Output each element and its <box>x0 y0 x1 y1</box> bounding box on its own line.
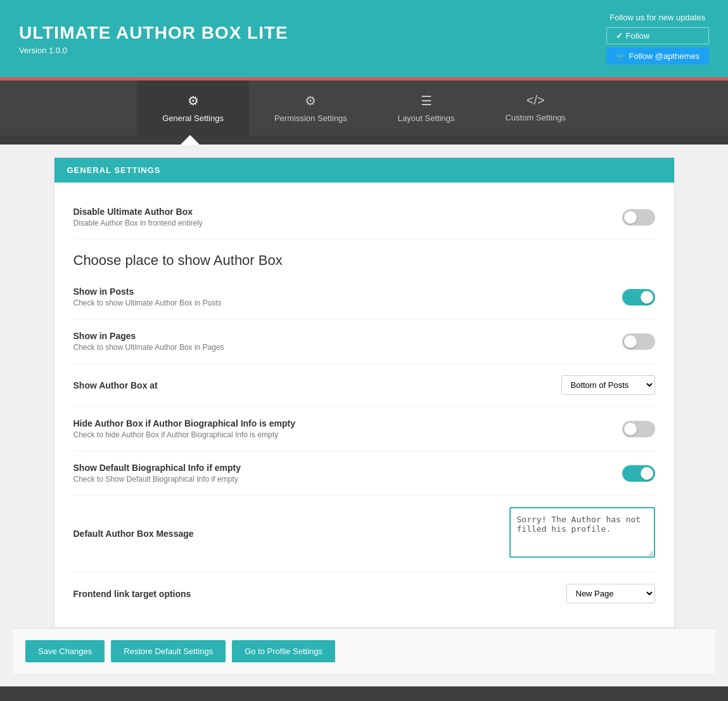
content-wrapper: GENERAL SETTINGS Disable Ultimate Author… <box>0 145 728 686</box>
show-posts-label: Show in Posts Check to show Ultimate Aut… <box>73 286 610 307</box>
nav-arrow <box>0 136 728 145</box>
code-icon: </> <box>527 93 545 108</box>
disable-control <box>622 209 655 226</box>
header: ULTIMATE AUTHOR BOX LITE Version 1.0.0 F… <box>0 0 728 77</box>
go-to-profile-button[interactable]: Go to Profile Settings <box>232 640 335 662</box>
default-bio-label: Show Default Biographical Info if empty … <box>73 463 610 484</box>
tab-custom-label: Custom Settings <box>505 113 565 122</box>
show-at-select[interactable]: Bottom of Posts Top of Posts Both <box>561 375 655 395</box>
show-at-control: Bottom of Posts Top of Posts Both <box>561 375 655 395</box>
tab-permission-label: Permission Settings <box>274 113 347 123</box>
panel-body: Disable Ultimate Author Box Disable Auth… <box>54 183 674 627</box>
panel-header: GENERAL SETTINGS <box>54 158 674 183</box>
show-posts-toggle[interactable] <box>622 289 655 305</box>
follow-twitter-button[interactable]: 🐦 Follow @apthemes <box>606 48 709 65</box>
show-pages-title: Show in Pages <box>73 331 610 341</box>
disable-label: Disable Ultimate Author Box Disable Auth… <box>73 207 610 228</box>
hide-empty-label: Hide Author Box if Author Biographical I… <box>73 418 610 439</box>
app-title: ULTIMATE AUTHOR BOX LITE <box>19 23 288 43</box>
follow-button[interactable]: ✓ Follow <box>606 27 709 44</box>
show-at-title: Show Author Box at <box>73 380 549 390</box>
follow-twitter-label: Follow @apthemes <box>629 51 699 61</box>
tab-layout-label: Layout Settings <box>398 113 455 123</box>
show-pages-desc: Check to show Ultimate Author Box in Pag… <box>73 343 610 352</box>
section-title: Choose place to show Author Box <box>73 252 655 269</box>
setting-row-disable: Disable Ultimate Author Box Disable Auth… <box>73 195 655 240</box>
hide-empty-toggle[interactable] <box>622 421 655 437</box>
nav-tabs: ⚙ General Settings ⚙ Permission Settings… <box>0 80 728 136</box>
show-posts-control <box>622 289 655 305</box>
section-heading: Choose place to show Author Box <box>73 240 655 275</box>
default-message-textarea[interactable]: Sorry! The Author has not filled his pro… <box>509 507 655 558</box>
show-pages-thumb <box>624 335 637 348</box>
default-message-label: Default Author Box Message <box>73 529 497 539</box>
tab-layout-settings[interactable]: ☰ Layout Settings <box>373 80 480 136</box>
footer-buttons: Save Changes Restore Default Settings Go… <box>13 628 715 674</box>
link-target-select[interactable]: New Page Same Page <box>566 584 655 603</box>
follow-buttons: ✓ Follow 🐦 Follow @apthemes <box>606 27 709 65</box>
app-version: Version 1.0.0 <box>19 46 288 55</box>
setting-row-hide-empty: Hide Author Box if Author Biographical I… <box>73 407 655 451</box>
default-bio-toggle[interactable] <box>622 465 655 482</box>
setting-row-show-at: Show Author Box at Bottom of Posts Top o… <box>73 364 655 407</box>
hide-empty-title: Hide Author Box if Author Biographical I… <box>73 418 610 428</box>
link-target-title: Frontend link target options <box>73 589 554 599</box>
show-posts-thumb <box>641 291 653 304</box>
disable-track <box>622 209 655 226</box>
setting-row-show-posts: Show in Posts Check to show Ultimate Aut… <box>73 275 655 319</box>
setting-row-show-pages: Show in Pages Check to show Ultimate Aut… <box>73 319 655 364</box>
check-icon: ✓ <box>616 31 623 41</box>
disable-desc: Disable Author Box in frontend entirely <box>73 219 610 228</box>
hide-empty-control <box>622 421 655 437</box>
default-bio-thumb <box>641 467 653 480</box>
setting-row-default-bio: Show Default Biographical Info if empty … <box>73 451 655 496</box>
gear-icon: ⚙ <box>188 93 199 108</box>
save-changes-button[interactable]: Save Changes <box>25 640 105 662</box>
tab-permission-settings[interactable]: ⚙ Permission Settings <box>249 80 373 136</box>
list-icon: ☰ <box>421 93 432 108</box>
header-title-block: ULTIMATE AUTHOR BOX LITE Version 1.0.0 <box>19 23 288 55</box>
default-message-control: Sorry! The Author has not filled his pro… <box>509 507 655 560</box>
show-pages-toggle[interactable] <box>622 333 655 350</box>
show-at-label: Show Author Box at <box>73 380 549 390</box>
setting-row-default-message: Default Author Box Message Sorry! The Au… <box>73 496 655 572</box>
disable-title: Disable Ultimate Author Box <box>73 207 610 217</box>
show-posts-track <box>622 289 655 305</box>
restore-defaults-button[interactable]: Restore Default Settings <box>111 640 226 662</box>
disable-toggle[interactable] <box>622 209 655 226</box>
disable-thumb <box>624 211 637 224</box>
follow-label: Follow <box>626 31 650 41</box>
follow-prompt: Follow us for new updates <box>606 13 709 22</box>
gear2-icon: ⚙ <box>305 93 316 108</box>
show-posts-desc: Check to show Ultimate Author Box in Pos… <box>73 299 610 307</box>
show-posts-title: Show in Posts <box>73 286 610 297</box>
setting-row-link-target: Frontend link target options New Page Sa… <box>73 572 655 615</box>
default-bio-desc: Check to Show Default Biographical Info … <box>73 475 610 484</box>
hide-empty-thumb <box>624 423 637 435</box>
hide-empty-desc: Check to hide Author Box if Author Biogr… <box>73 430 610 439</box>
twitter-icon: 🐦 <box>616 51 626 61</box>
default-bio-track <box>622 465 655 482</box>
show-pages-control <box>622 333 655 350</box>
default-bio-control <box>622 465 655 482</box>
link-target-label: Frontend link target options <box>73 589 554 599</box>
tab-custom-settings[interactable]: </> Custom Settings <box>480 80 591 136</box>
content-panel: GENERAL SETTINGS Disable Ultimate Author… <box>54 157 675 628</box>
tab-general-settings[interactable]: ⚙ General Settings <box>137 80 249 136</box>
default-message-title: Default Author Box Message <box>73 529 497 539</box>
header-follow-section: Follow us for new updates ✓ Follow 🐦 Fol… <box>606 13 709 65</box>
hide-empty-track <box>622 421 655 437</box>
link-target-control: New Page Same Page <box>566 584 655 603</box>
show-pages-track <box>622 333 655 350</box>
default-bio-title: Show Default Biographical Info if empty <box>73 463 610 473</box>
show-pages-label: Show in Pages Check to show Ultimate Aut… <box>73 331 610 352</box>
tab-general-label: General Settings <box>162 113 224 123</box>
